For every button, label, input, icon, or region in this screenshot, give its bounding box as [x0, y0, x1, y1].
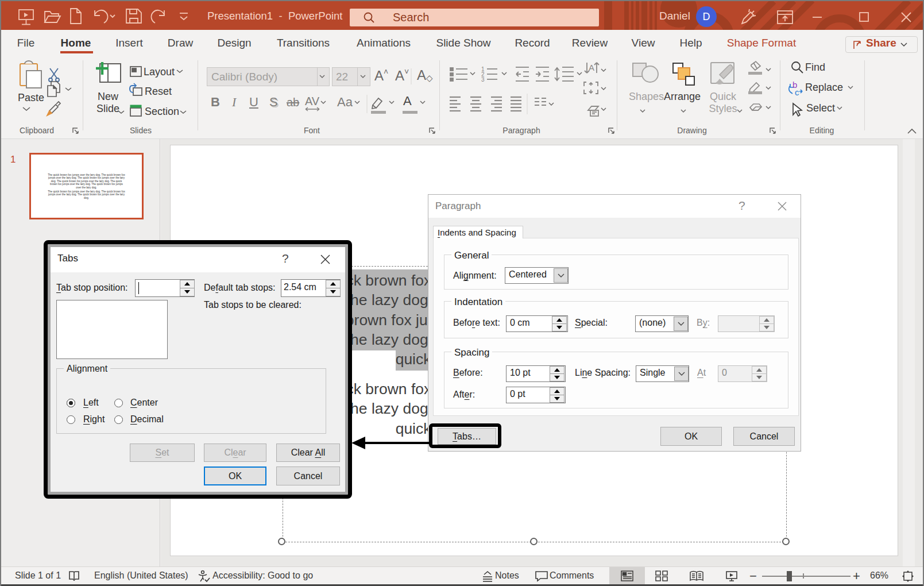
svg-text:A: A — [589, 63, 594, 72]
svg-text:3: 3 — [481, 76, 485, 83]
